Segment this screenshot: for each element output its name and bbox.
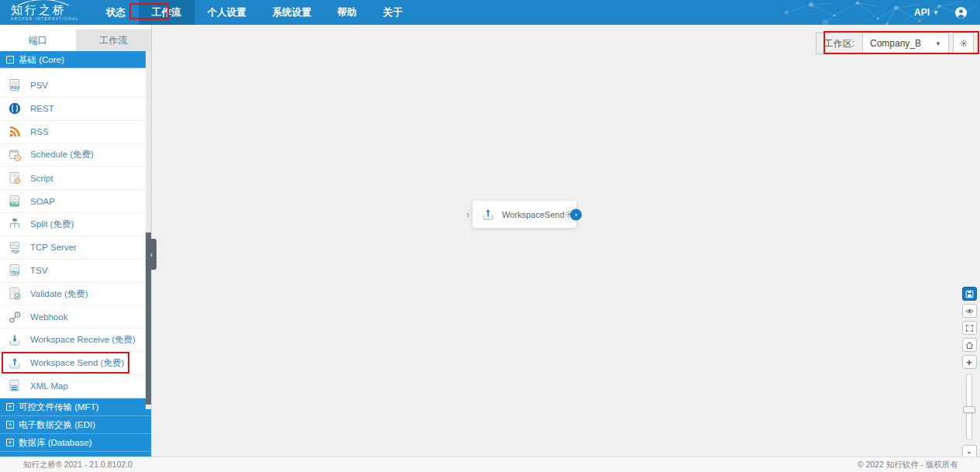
sidebar-item-workspace-send[interactable]: Workspace Send (免费) — [0, 352, 151, 375]
sidebar-item-psv[interactable]: PSVPSV — [0, 74, 151, 98]
sidebar-item-split[interactable]: Split (免费) — [0, 213, 151, 236]
nav-item-help[interactable]: 帮助 — [325, 0, 370, 25]
sidebar-item-label: TCP Server — [30, 243, 77, 252]
zoom-slider-handle[interactable] — [963, 406, 975, 413]
svg-text:PSV: PSV — [10, 86, 19, 91]
fit-selection-button[interactable] — [962, 321, 977, 335]
sidebar-item-tsv[interactable]: TSVTSV — [0, 260, 151, 283]
sidebar-item-rest[interactable]: REST — [0, 98, 151, 121]
rest-icon — [7, 102, 22, 115]
sidebar-item-webhook[interactable]: Webhook — [0, 305, 151, 329]
workspace-receive-icon — [7, 333, 22, 347]
script-icon — [7, 171, 22, 185]
zoom-in-button[interactable]: + — [962, 355, 977, 369]
sidebar-tab-ports[interactable]: 端口 — [0, 29, 76, 51]
sidebar-item-script[interactable]: Script — [0, 167, 151, 190]
footer: 知行之桥® 2021 - 21.0.8102.0 © 2022 知行软件 - 版… — [0, 456, 980, 472]
category-label: 数据库 (Database) — [19, 434, 92, 451]
nav-item-system-settings[interactable]: 系统设置 — [260, 0, 325, 25]
psv-icon: PSV — [7, 78, 22, 92]
sidebar-item-label: Script — [30, 174, 53, 183]
header-right: API ▼ — [914, 6, 968, 19]
webhook-icon — [7, 310, 22, 324]
collapse-minus-icon: - — [6, 56, 14, 64]
expand-plus-icon: + — [6, 421, 14, 429]
api-menu-label: API — [914, 7, 930, 18]
nav-item-label: 状态 — [106, 7, 126, 18]
gear-icon — [959, 39, 968, 48]
nav-item-status[interactable]: 状态 — [93, 0, 139, 25]
logo-bridge-arc-icon — [15, 0, 71, 6]
sidebar-tabs: 端口工作流 — [0, 29, 151, 51]
nav-item-label: 关于 — [383, 7, 403, 18]
sidebar-item-label: Workspace Send (免费) — [30, 357, 124, 369]
rss-icon — [7, 125, 22, 139]
sidebar-item-tcp-server[interactable]: TCPTCP Server — [0, 236, 151, 260]
svg-text:TCP: TCP — [11, 250, 19, 254]
footer-copyright: © 2022 知行软件 - 版权所有 — [858, 460, 958, 470]
expand-plus-icon: + — [6, 439, 14, 446]
xml-map-icon — [7, 379, 22, 393]
top-navbar: 知行之桥 ARCHER INTERNATIONAL 状态工作流个人设置系统设置帮… — [0, 0, 980, 25]
sidebar-item-label: REST — [30, 104, 54, 113]
sidebar-category-database[interactable]: +数据库 (Database) — [0, 434, 151, 452]
workspace-settings-button[interactable] — [953, 33, 974, 54]
node-label: WorkspaceSend — [502, 210, 565, 219]
workspace-dropdown[interactable]: Company_B ▼ — [862, 33, 949, 54]
main-nav: 状态工作流个人设置系统设置帮助关于 — [93, 0, 416, 25]
user-avatar[interactable] — [954, 6, 968, 19]
sidebar-item-label: PSV — [30, 81, 48, 90]
split-icon — [7, 217, 22, 231]
tab-label: 工作流 — [99, 35, 127, 46]
sidebar-item-label: TSV — [30, 266, 47, 275]
footer-version: 知行之桥® 2021 - 21.0.8102.0 — [23, 460, 132, 470]
sidebar-tab-workflows[interactable]: 工作流 — [76, 29, 152, 51]
nav-item-label: 系统设置 — [273, 7, 311, 18]
nav-item-workflow[interactable]: 工作流 — [139, 0, 194, 25]
user-avatar-icon — [954, 6, 968, 19]
tsv-icon: TSV — [7, 264, 22, 277]
zoom-slider[interactable] — [966, 374, 972, 440]
sidebar: 端口工作流 - 基础 (Core) PSVPSVRESTRSSSchedule … — [0, 25, 152, 456]
sidebar-item-label: Validate (免费) — [30, 288, 88, 300]
expand-plus-icon: + — [6, 403, 14, 411]
sidebar-category-mft[interactable]: +可控文件传输 (MFT) — [0, 398, 151, 416]
node-input-connector[interactable]: › — [466, 209, 469, 220]
sidebar-category-core[interactable]: - 基础 (Core) — [0, 51, 151, 68]
workspace-dropdown-value: Company_B — [870, 38, 921, 49]
workflow-node-workspacesend[interactable]: › WorkspaceSend › — [473, 201, 576, 228]
port-list: PSVPSVRESTRSSSchedule (免费)ScriptSOAPSOAP… — [0, 74, 151, 398]
sidebar-collapse-handle[interactable]: ‹ — [146, 239, 156, 270]
sidebar-item-schedule[interactable]: Schedule (免费) — [0, 144, 151, 167]
sidebar-item-label: Split (免费) — [30, 219, 74, 230]
workspace-label: 工作区: — [816, 33, 862, 54]
category-label: 基础 (Core) — [19, 51, 64, 68]
sidebar-item-label: SOAP — [30, 197, 55, 206]
sidebar-item-validate[interactable]: Validate (免费) — [0, 283, 151, 306]
workflow-canvas[interactable]: 工作区: Company_B ▼ › WorkspaceSend — [152, 25, 980, 456]
save-button[interactable] — [962, 287, 977, 301]
sidebar-item-xml-map[interactable]: XML Map — [0, 375, 151, 398]
sidebar-item-workspace-receive[interactable]: Workspace Receive (免费) — [0, 329, 151, 352]
sidebar-scrollbar[interactable] — [146, 51, 151, 409]
preview-button[interactable] — [962, 304, 977, 318]
home-button[interactable] — [962, 338, 977, 352]
svg-text:SOAP: SOAP — [11, 202, 19, 205]
sidebar-item-rss[interactable]: RSS — [0, 121, 151, 144]
sidebar-item-label: RSS — [30, 127, 49, 136]
workspace-selector: 工作区: Company_B ▼ — [816, 33, 974, 54]
sidebar-item-soap[interactable]: SOAPSOAP — [0, 190, 151, 213]
workspace-send-icon — [481, 208, 495, 222]
nav-item-label: 个人设置 — [208, 7, 246, 18]
app-logo[interactable]: 知行之桥 ARCHER INTERNATIONAL — [11, 4, 85, 21]
svg-text:TSV: TSV — [10, 270, 19, 275]
node-output-connector[interactable]: › — [570, 208, 582, 220]
tab-label: 端口 — [29, 35, 47, 46]
api-menu[interactable]: API ▼ — [914, 7, 939, 18]
sidebar-item-label: Schedule (免费) — [30, 149, 94, 160]
soap-icon: SOAP — [7, 195, 22, 208]
sidebar-category-edi[interactable]: +电子数据交换 (EDI) — [0, 416, 151, 434]
nav-item-about[interactable]: 关于 — [370, 0, 416, 25]
sidebar-item-label: Workspace Receive (免费) — [30, 334, 136, 346]
nav-item-personal-settings[interactable]: 个人设置 — [194, 0, 260, 25]
